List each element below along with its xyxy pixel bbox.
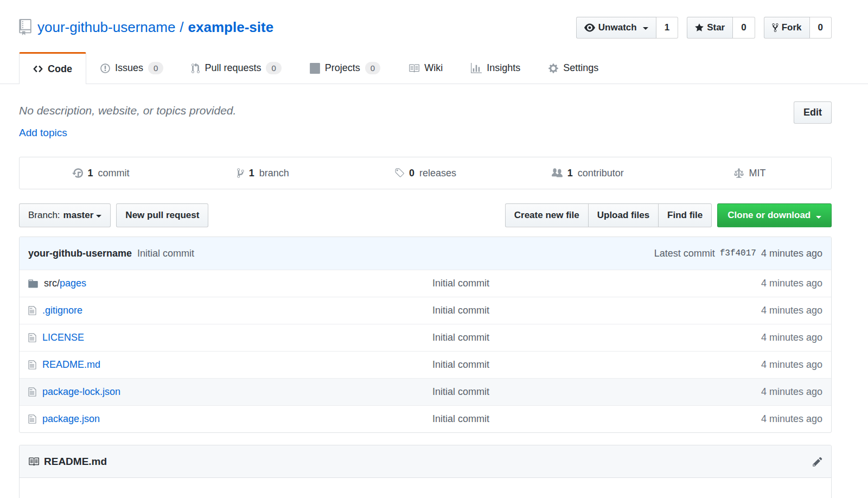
- repo-stats-bar: 1 commit 1 branch 0 releases 1 contribut…: [19, 157, 832, 189]
- file-icon: [28, 387, 36, 397]
- latest-commit-label: Latest commit: [654, 248, 715, 259]
- file-icon: [28, 333, 36, 343]
- watch-group: Unwatch 1: [576, 17, 678, 39]
- tab-wiki[interactable]: Wiki: [394, 52, 457, 84]
- tab-label: Issues: [115, 62, 143, 74]
- tab-pull-requests[interactable]: Pull requests 0: [177, 52, 295, 84]
- caret-down-icon: [643, 27, 648, 30]
- fork-group: Fork 0: [764, 17, 832, 39]
- star-icon: [695, 23, 704, 33]
- file-link[interactable]: package-lock.json: [42, 386, 120, 397]
- eye-icon: [584, 22, 595, 33]
- file-commit-message[interactable]: Initial commit: [432, 278, 489, 289]
- repo-content: No description, website, or topics provi…: [19, 84, 832, 498]
- file-commit-message[interactable]: Initial commit: [432, 386, 489, 397]
- readme-title: README.md: [28, 456, 107, 468]
- add-topics-link[interactable]: Add topics: [19, 127, 67, 139]
- edit-description-button[interactable]: Edit: [794, 101, 832, 124]
- file-commit-message[interactable]: Initial commit: [432, 305, 489, 316]
- releases-stat[interactable]: 0 releases: [344, 168, 506, 179]
- caret-down-icon: [816, 216, 821, 219]
- caret-down-icon: [96, 215, 101, 218]
- page-head: your-github-username / example-site Unwa…: [0, 0, 868, 84]
- tab-issues[interactable]: Issues 0: [86, 52, 177, 84]
- file-link[interactable]: pages: [60, 278, 86, 289]
- new-pull-request-button[interactable]: New pull request: [116, 203, 208, 227]
- branch-select-button[interactable]: Branch: master: [19, 203, 111, 227]
- commits-stat[interactable]: 1 commit: [20, 168, 182, 179]
- tab-settings[interactable]: Settings: [534, 52, 612, 84]
- clone-or-download-button[interactable]: Clone or download: [717, 203, 832, 227]
- branches-stat[interactable]: 1 branch: [182, 168, 344, 179]
- folder-prefix: src/: [44, 278, 60, 289]
- file-row: package.json Initial commit 4 minutes ag…: [20, 405, 831, 432]
- create-new-file-button[interactable]: Create new file: [505, 203, 589, 227]
- clone-label: Clone or download: [727, 210, 810, 220]
- history-icon: [72, 168, 83, 178]
- file-icon: [28, 414, 36, 424]
- tag-icon: [394, 168, 404, 178]
- branches-count: 1: [249, 168, 254, 179]
- license-stat[interactable]: MIT: [669, 168, 831, 179]
- repo-title: your-github-username / example-site: [19, 15, 273, 39]
- star-group: Star 0: [687, 17, 755, 39]
- commits-count: 1: [88, 168, 93, 179]
- file-commit-time: 4 minutes ago: [687, 305, 822, 316]
- book-icon: [28, 456, 39, 467]
- tab-projects[interactable]: Projects 0: [296, 52, 394, 84]
- find-file-button[interactable]: Find file: [658, 203, 712, 227]
- upload-files-button[interactable]: Upload files: [588, 203, 659, 227]
- readme-content: [20, 478, 831, 498]
- file-navigation: Branch: master New pull request Create n…: [19, 203, 832, 227]
- watchers-count[interactable]: 1: [656, 17, 678, 39]
- commit-message-link[interactable]: Initial commit: [137, 248, 194, 259]
- file-commit-time: 4 minutes ago: [687, 413, 822, 425]
- license-label: MIT: [749, 168, 765, 179]
- file-commit-message[interactable]: Initial commit: [432, 413, 489, 424]
- file-commit-message[interactable]: Initial commit: [432, 332, 489, 343]
- github-repo-page: your-github-username / example-site Unwa…: [0, 0, 868, 498]
- repo-owner-link[interactable]: your-github-username: [37, 15, 175, 39]
- fork-button[interactable]: Fork: [764, 17, 810, 39]
- commit-sha-link[interactable]: f3f4017: [720, 248, 756, 258]
- file-commit-time: 4 minutes ago: [687, 359, 822, 371]
- tab-code[interactable]: Code: [19, 52, 86, 84]
- pull-requests-counter: 0: [266, 62, 281, 74]
- star-label: Star: [707, 22, 725, 33]
- tab-insights[interactable]: Insights: [457, 52, 534, 84]
- star-button[interactable]: Star: [687, 17, 733, 39]
- social-buttons: Unwatch 1 Star 0 Fork: [576, 15, 832, 39]
- file-row: .gitignore Initial commit 4 minutes ago: [20, 297, 831, 324]
- file-link[interactable]: README.md: [42, 359, 100, 370]
- commit-author-link[interactable]: your-github-username: [28, 248, 132, 259]
- fork-label: Fork: [782, 22, 802, 33]
- file-link[interactable]: LICENSE: [42, 332, 84, 343]
- contributors-label: contributor: [578, 168, 624, 179]
- git-branch-icon: [237, 168, 244, 178]
- contributors-count: 1: [567, 168, 573, 179]
- commits-label: commit: [98, 168, 130, 179]
- issues-counter: 0: [148, 62, 163, 74]
- tab-label: Pull requests: [205, 62, 261, 74]
- branches-label: branch: [259, 168, 289, 179]
- file-commit-time: 4 minutes ago: [687, 332, 822, 343]
- path-divider: /: [180, 15, 183, 39]
- file-link[interactable]: package.json: [42, 413, 100, 424]
- tab-label: Projects: [325, 62, 360, 74]
- unwatch-button[interactable]: Unwatch: [576, 17, 656, 39]
- edit-readme-pencil-icon[interactable]: [813, 456, 822, 467]
- stargazers-count[interactable]: 0: [733, 17, 755, 39]
- tab-label: Insights: [487, 62, 520, 74]
- latest-commit-bar: your-github-usernameInitial commit Lates…: [20, 237, 831, 270]
- repo-name-link[interactable]: example-site: [188, 15, 274, 39]
- gear-icon: [548, 63, 558, 74]
- file-link[interactable]: .gitignore: [42, 305, 82, 316]
- releases-count: 0: [409, 168, 414, 179]
- readme-filename: README.md: [44, 456, 107, 468]
- issue-opened-icon: [100, 63, 110, 74]
- forks-count[interactable]: 0: [810, 17, 832, 39]
- readme-header: README.md: [20, 445, 831, 478]
- contributors-stat[interactable]: 1 contributor: [507, 168, 669, 179]
- tab-label: Settings: [563, 62, 598, 74]
- file-commit-message[interactable]: Initial commit: [432, 359, 489, 370]
